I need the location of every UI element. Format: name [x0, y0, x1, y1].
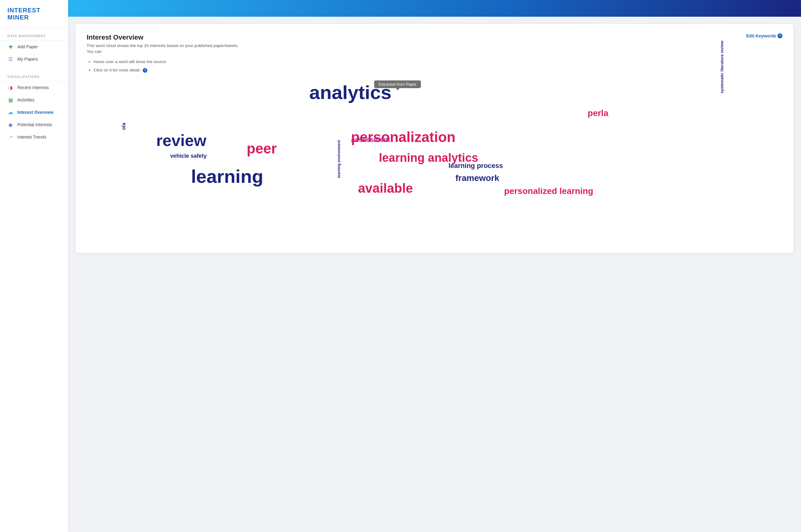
sidebar-item-label-potential-interests: Potential Interests: [17, 122, 52, 127]
list-icon: ☰: [7, 56, 14, 62]
card-youcan: You can: [87, 49, 239, 54]
edit-keywords-button[interactable]: Edit Keywords ?: [746, 33, 782, 38]
section-label-data: DATA MANAGEMENT: [0, 27, 68, 40]
sidebar-item-interest-overview[interactable]: ☁ Interest Overview: [0, 106, 68, 118]
word-framework[interactable]: framework: [455, 174, 499, 183]
word-ola[interactable]: ola: [121, 122, 126, 130]
help-icon-edit: ?: [778, 33, 782, 38]
word-vehicle-safety[interactable]: vehicle safety: [170, 153, 207, 159]
sidebar-item-recent-interests[interactable]: ◑ Recent Interests: [0, 81, 68, 94]
word-learning-environment[interactable]: learning environment: [337, 140, 341, 178]
section-label-viz: VISUALIZATIONS: [0, 68, 68, 81]
cloud-icon: ☁: [7, 109, 14, 115]
sidebar-item-interest-trends[interactable]: ↗ Interest Trends: [0, 131, 68, 143]
bar-chart-icon: ▦: [7, 97, 14, 103]
content-area: Interest Overview This word cloud shows …: [68, 17, 801, 532]
add-icon: ✚: [7, 44, 14, 50]
card-subtitle: This word cloud shows the top 15 interes…: [87, 43, 239, 48]
bullet-hover: Hover over a word will show the source: [93, 58, 239, 66]
wordcloud-area: Extracted from Paper analyticsolareviewp…: [87, 80, 782, 210]
header-gradient-bar: [68, 0, 801, 17]
sidebar-item-label-add-paper: Add Paper: [17, 44, 38, 49]
word-learning-process[interactable]: learning process: [448, 163, 503, 169]
sidebar-item-label-interest-trends: Interest Trends: [17, 135, 46, 139]
word-learning[interactable]: learning: [191, 167, 263, 186]
word-personalized-learning[interactable]: personalized learning: [504, 187, 593, 195]
word-personalization[interactable]: personalization: [351, 130, 455, 144]
main-content: Interest Overview This word cloud shows …: [68, 0, 801, 532]
word-available[interactable]: available: [358, 182, 413, 195]
potential-icon: ◉: [7, 121, 14, 128]
sidebar-item-label-my-papers: My Papers: [17, 57, 38, 61]
card-bullets: Hover over a word will show the source C…: [87, 58, 239, 74]
card-header-left: Interest Overview This word cloud shows …: [87, 33, 239, 74]
word-analytics[interactable]: analytics: [309, 83, 391, 102]
sidebar-item-add-paper[interactable]: ✚ Add Paper: [0, 40, 68, 53]
interest-overview-card: Interest Overview This word cloud shows …: [76, 24, 794, 253]
bullet-click: Click on it for more detail. ?: [93, 66, 239, 74]
app-logo: INTEREST MINER: [0, 0, 68, 27]
word-systematic-literature-review[interactable]: systematic literature review: [720, 40, 724, 93]
sidebar-item-label-interest-overview: Interest Overview: [17, 110, 54, 115]
sidebar-item-label-recent-interests: Recent Interests: [17, 85, 49, 90]
sidebar-item-my-papers[interactable]: ☰ My Papers: [0, 53, 68, 65]
sidebar-item-activities[interactable]: ▦ Activities: [0, 94, 68, 106]
trend-icon: ↗: [7, 134, 14, 140]
sidebar-item-label-activities: Activities: [17, 97, 34, 102]
card-header: Interest Overview This word cloud shows …: [87, 33, 782, 74]
sidebar-item-potential-interests[interactable]: ◉ Potential Interests: [0, 118, 68, 131]
help-icon-bullet: ?: [143, 68, 147, 73]
card-title: Interest Overview: [87, 33, 239, 41]
word-peer[interactable]: peer: [247, 141, 277, 156]
pie-chart-icon: ◑: [7, 84, 14, 91]
sidebar: INTEREST MINER DATA MANAGEMENT ✚ Add Pap…: [0, 0, 68, 532]
word-review[interactable]: review: [156, 132, 206, 149]
word-perla[interactable]: perla: [588, 109, 609, 117]
